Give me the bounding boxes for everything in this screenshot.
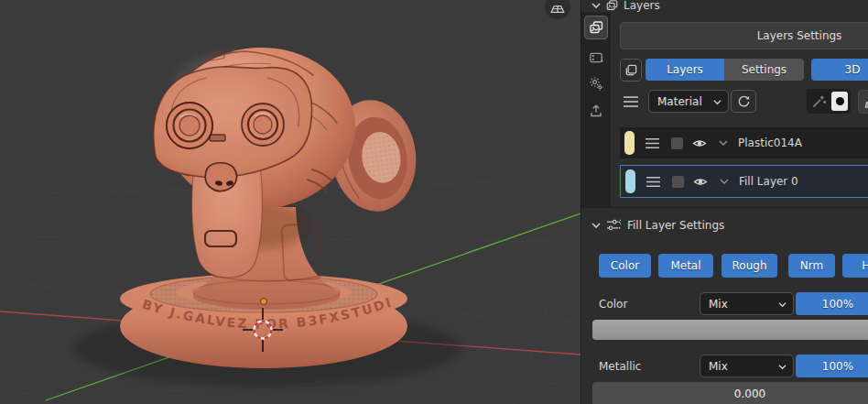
monkey-statue: BY J.GALVEZ FOR B3FXSTUDIO [0,0,423,368]
layers-stack-icon [589,20,603,35]
particles-icon [589,76,604,92]
bake-clean-button[interactable] [858,90,868,114]
metallic-value-slider[interactable]: 0.000 [592,382,868,404]
panel-header[interactable]: Layers [591,0,660,12]
eye-icon [693,177,708,187]
metallic-opacity-slider[interactable]: 100% [796,355,868,377]
channel-button-nrm[interactable]: Nrm [788,254,835,278]
panel-divider [581,207,868,208]
layer-visibility-toggle[interactable] [690,138,709,148]
chevron-down-icon [591,222,601,229]
channel-button-rough[interactable]: Rough [722,254,777,278]
color-opacity-slider[interactable]: 100% [796,292,868,315]
hamburger-menu-icon [646,176,661,188]
layer-expand-toggle[interactable] [717,179,732,184]
panel-title: Layers [624,0,660,12]
channel-button-height[interactable]: Height [842,254,868,278]
mask-preview-toggle[interactable] [831,92,848,111]
tab-film-category[interactable] [584,46,608,70]
layers-side-panel: Layers [580,0,868,404]
metallic-row-label: Metallic [599,355,641,377]
chevron-down-icon [778,364,787,370]
tab-particles-category[interactable] [584,71,608,95]
layer-name: Fill Layer 0 [739,175,798,188]
tab-export-category[interactable] [584,98,608,122]
tab-settings[interactable]: Settings [724,59,804,81]
layer-expand-toggle[interactable] [716,140,731,146]
eye-icon [692,138,707,148]
export-icon [589,103,603,118]
channel-button-color[interactable]: Color [599,254,651,278]
dot-icon [836,97,844,105]
layer-color-pill [625,169,635,193]
material-dropdown-value: Material [649,95,713,108]
chevron-down-icon [719,140,728,146]
film-icon [589,50,604,65]
mask-tools-group [807,89,851,114]
popout-window-button[interactable] [620,59,642,82]
refresh-material-button[interactable] [731,90,756,113]
layer-drag-handle[interactable] [641,176,665,188]
duplicate-window-icon [624,63,638,77]
broom-icon [863,94,868,109]
category-tab-strip [581,12,611,207]
hamburger-menu-icon [623,95,639,108]
layers-settings-button[interactable]: Layers Settings [620,22,868,49]
color-swatch-field[interactable] [592,320,868,340]
layer-mask-swatch[interactable] [671,137,683,149]
layers-menu-button[interactable] [621,92,640,112]
color-blend-dropdown[interactable]: Mix [700,292,794,315]
filter-settings-icon [606,218,622,232]
chevron-down-icon [778,301,787,308]
perspective-toggle-button[interactable] [545,0,570,19]
chevron-down-icon [591,2,601,9]
tab-layers[interactable]: Layers [646,59,724,81]
fill-layer-settings-header[interactable]: Fill Layer Settings [591,218,724,232]
origin-dot [261,299,267,305]
3d-viewport[interactable]: BY J.GALVEZ FOR B3FXSTUDIO [0,0,580,404]
layer-mask-swatch[interactable] [672,176,684,188]
chevron-down-icon [713,99,722,105]
channel-button-metal[interactable]: Metal [658,254,713,278]
perspective-grid-icon [548,0,568,16]
tab-3d[interactable]: 3D [811,59,868,81]
layer-name: Plastic014A [738,136,802,149]
layer-row-fill-layer-0[interactable]: Fill Layer 0 [620,165,868,198]
hamburger-menu-icon [645,137,660,149]
section-title: Fill Layer Settings [627,219,724,232]
tab-layers-category[interactable] [584,16,608,39]
material-dropdown[interactable]: Material [648,90,729,113]
layers-settings-label: Layers Settings [757,29,842,42]
refresh-icon [737,94,751,108]
color-row-label: Color [599,292,627,315]
metallic-blend-dropdown[interactable]: Mix [700,355,794,377]
chevron-down-icon [720,179,729,184]
layer-visibility-toggle[interactable] [691,177,710,187]
layer-drag-handle[interactable] [640,137,664,149]
layer-color-pill [624,131,635,155]
auto-mask-button[interactable] [809,93,828,110]
magic-wand-icon [811,93,827,109]
viewport-scene: BY J.GALVEZ FOR B3FXSTUDIO [0,0,580,404]
layer-row-plastic014a[interactable]: Plastic014A [620,127,868,158]
blender-layer-painter-screen: { "viewport": { "base_text": "BY J.GALVE… [0,0,868,404]
layers-stack-icon [605,0,619,12]
